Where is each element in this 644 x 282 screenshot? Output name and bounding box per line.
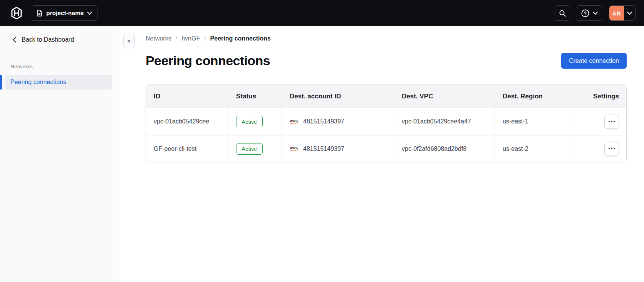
breadcrumb: Networks / hvnGF / Peering connections — [146, 34, 627, 43]
breadcrumb-separator: / — [204, 35, 206, 42]
help-menu-button[interactable]: ? — [576, 5, 603, 21]
status-badge: Active — [236, 116, 263, 127]
cell-settings — [570, 108, 626, 135]
breadcrumb-separator: / — [176, 35, 177, 42]
cell-settings — [570, 135, 626, 162]
user-menu-button[interactable]: AB — [609, 5, 636, 21]
cell-status: Active — [228, 135, 282, 162]
cell-dest-account-id: aws 481515149397 — [282, 108, 394, 135]
search-icon — [559, 10, 566, 17]
cell-id: GF-peer-cli-test — [146, 135, 228, 162]
ellipsis-icon — [608, 148, 615, 150]
column-header-settings: Settings — [570, 85, 626, 108]
table-header-row: ID Status Dest. account ID Dest. VPC Des… — [146, 85, 626, 108]
cell-dest-vpc: vpc-01acb05429cee4a47 — [394, 108, 495, 135]
hashicorp-logo[interactable] — [11, 7, 22, 20]
back-to-dashboard-link[interactable]: Back to Dashboard — [0, 34, 119, 46]
networks-section-label: Networks — [10, 64, 119, 69]
help-icon: ? — [581, 9, 589, 17]
chevron-down-icon — [87, 12, 92, 15]
cell-dest-account-id: aws 481515149397 — [282, 135, 394, 162]
chevron-down-icon — [627, 12, 632, 15]
collapse-icon: « — [127, 37, 131, 44]
topbar: project-name ? AB — [0, 0, 644, 26]
svg-text:aws: aws — [290, 118, 298, 123]
peering-connections-table: ID Status Dest. account ID Dest. VPC Des… — [146, 84, 627, 162]
breadcrumb-current: Peering connections — [210, 35, 271, 42]
user-avatar: AB — [609, 6, 624, 20]
column-header-status: Status — [228, 85, 282, 108]
column-header-dest-vpc: Dest. VPC — [394, 85, 495, 108]
create-connection-button[interactable]: Create connection — [561, 53, 627, 69]
column-header-dest-account-id: Dest. account ID — [282, 85, 394, 108]
table-row: GF-peer-cli-test Active aws — [146, 135, 626, 162]
row-actions-button[interactable] — [604, 142, 619, 156]
active-item-indicator — [0, 75, 2, 89]
breadcrumb-link-networks[interactable]: Networks — [146, 35, 171, 42]
row-actions-button[interactable] — [604, 115, 619, 129]
sidebar-item-label: Peering connections — [10, 79, 66, 86]
cell-dest-region: us-east-1 — [495, 108, 570, 135]
search-button[interactable] — [555, 5, 570, 21]
sidebar-collapse-button[interactable]: « — [123, 34, 135, 48]
chevron-left-icon — [13, 37, 17, 43]
hashicorp-logo-icon — [11, 7, 22, 20]
back-to-dashboard-label: Back to Dashboard — [22, 36, 74, 43]
svg-text:aws: aws — [290, 145, 298, 150]
chevron-down-icon — [593, 12, 598, 15]
cell-id: vpc-01acb05429cee — [146, 108, 228, 135]
document-icon — [36, 10, 43, 17]
breadcrumb-link-hvngf[interactable]: hvnGF — [181, 35, 200, 42]
aws-icon: aws — [290, 118, 299, 125]
dest-account-id-value: 481515149397 — [303, 118, 344, 125]
status-badge: Active — [236, 143, 263, 155]
project-switcher-label: project-name — [46, 10, 84, 17]
table-row: vpc-01acb05429cee Active aws — [146, 108, 626, 135]
cell-status: Active — [228, 108, 282, 135]
aws-icon: aws — [290, 145, 299, 152]
column-header-id: ID — [146, 85, 228, 108]
cell-dest-vpc: vpc-0f2afd6808ad2bdf8 — [394, 135, 495, 162]
project-switcher-button[interactable]: project-name — [31, 5, 97, 21]
page-title: Peering connections — [146, 52, 270, 69]
sidebar: Back to Dashboard Networks Peering conne… — [0, 26, 119, 282]
main-content: Networks / hvnGF / Peering connections P… — [119, 26, 644, 282]
ellipsis-icon — [608, 121, 615, 123]
sidebar-item-peering-connections[interactable]: Peering connections — [5, 75, 112, 89]
column-header-dest-region: Dest. Region — [495, 85, 570, 108]
dest-account-id-value: 481515149397 — [303, 145, 344, 152]
svg-text:?: ? — [584, 11, 587, 16]
app-frame: Back to Dashboard Networks Peering conne… — [0, 26, 644, 282]
cell-dest-region: us-east-2 — [495, 135, 570, 162]
